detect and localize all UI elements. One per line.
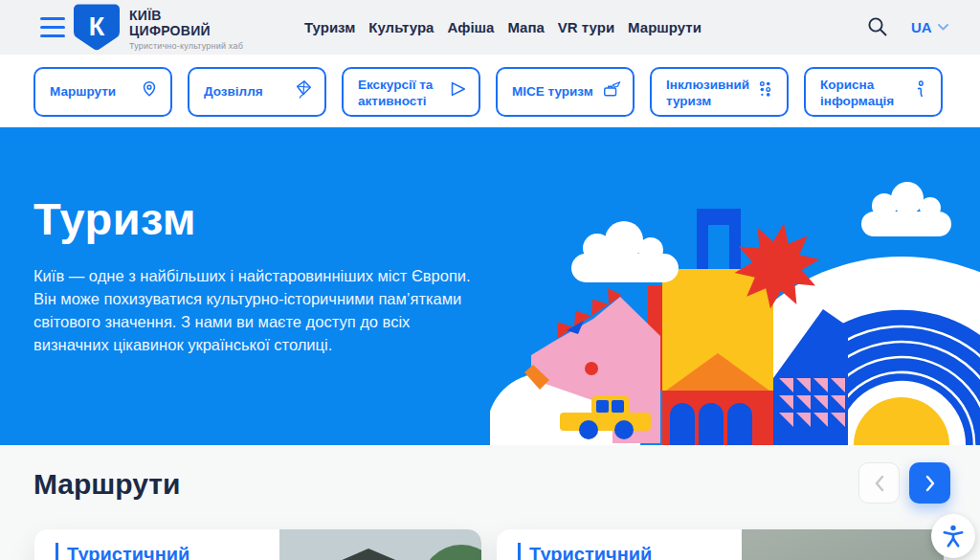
search-button[interactable]	[864, 14, 891, 41]
briefcase-plane-icon	[602, 79, 621, 99]
category-label: Дозвілля	[204, 84, 263, 99]
nav-item-tourism[interactable]: Туризм	[304, 19, 355, 35]
pennant-flag-icon	[448, 79, 467, 99]
route-card-title: Туристичний	[56, 543, 189, 560]
carousel-next-button[interactable]	[909, 462, 950, 504]
chevron-left-icon	[874, 475, 885, 492]
category-inclusive-button[interactable]: Інклюзивний туризм	[650, 67, 789, 117]
braille-icon	[756, 79, 775, 99]
nav-item-vr-tours[interactable]: VR тури	[558, 19, 614, 35]
page-title: Туризм	[33, 192, 196, 245]
map-pin-icon	[140, 79, 159, 99]
brand-tagline: Туристично-культурний хаб	[129, 41, 243, 51]
hero-description: Київ — одне з найбільших і найстаровинні…	[33, 265, 485, 357]
chevron-down-icon	[938, 24, 948, 31]
logo-shield-icon: К	[73, 4, 121, 51]
accessibility-icon	[941, 524, 966, 549]
carousel-prev-button[interactable]	[858, 462, 900, 504]
hero-section: Туризм Київ — одне з найбільших і найста…	[0, 127, 980, 445]
logo-letter: К	[89, 12, 105, 41]
nav-item-afisha[interactable]: Афіша	[447, 19, 494, 35]
route-cards: Туристичний	[34, 529, 944, 560]
category-label: Маршрути	[50, 84, 116, 99]
page: К КИЇВ ЦИФРОВИЙ Туристично-культурний ха…	[0, 0, 980, 560]
search-icon	[866, 15, 889, 38]
category-routes-button[interactable]: Маршрути	[33, 67, 172, 117]
category-label: Екскурсії та активності	[358, 78, 433, 108]
nav-item-map[interactable]: Мапа	[507, 19, 544, 35]
chevron-right-icon	[924, 475, 936, 492]
category-label: Корисна інформація	[820, 78, 894, 108]
route-card[interactable]: Туристичний	[497, 529, 944, 560]
route-card[interactable]: Туристичний	[34, 529, 481, 560]
kite-icon	[294, 79, 313, 99]
language-code: UA	[911, 19, 932, 35]
info-icon	[910, 79, 929, 99]
category-nav: Маршрути Дозвілля Екскурсії та активност…	[0, 55, 980, 127]
route-card-image	[742, 529, 944, 560]
category-excursions-button[interactable]: Екскурсії та активності	[342, 67, 480, 117]
route-card-title: Туристичний	[518, 543, 652, 560]
brand-name-line2: ЦИФРОВИЙ	[129, 24, 243, 39]
hero-illustration	[490, 127, 980, 445]
brand-name-line1: КИЇВ	[129, 9, 243, 24]
header: К КИЇВ ЦИФРОВИЙ Туристично-культурний ха…	[0, 0, 980, 55]
section-title: Маршрути	[33, 468, 181, 501]
nav-item-routes[interactable]: Маршрути	[628, 19, 702, 35]
category-useful-info-button[interactable]: Корисна інформація	[804, 67, 943, 117]
routes-section: Маршрути Туристичний	[0, 445, 980, 560]
menu-icon[interactable]	[40, 17, 65, 37]
language-selector[interactable]: UA	[911, 15, 948, 38]
category-label: MICE туризм	[512, 84, 593, 99]
logo[interactable]: К КИЇВ ЦИФРОВИЙ Туристично-культурний ха…	[73, 4, 243, 51]
logo-text: КИЇВ ЦИФРОВИЙ Туристично-культурний хаб	[129, 4, 243, 51]
nav-item-culture[interactable]: Культура	[368, 19, 434, 35]
category-label: Інклюзивний туризм	[666, 78, 749, 108]
main-nav: Туризм Культура Афіша Мапа VR тури Маршр…	[304, 0, 702, 55]
category-leisure-button[interactable]: Дозвілля	[188, 67, 326, 117]
accessibility-button[interactable]	[931, 514, 975, 558]
category-mice-button[interactable]: MICE туризм	[496, 67, 635, 117]
route-card-image	[279, 529, 481, 560]
